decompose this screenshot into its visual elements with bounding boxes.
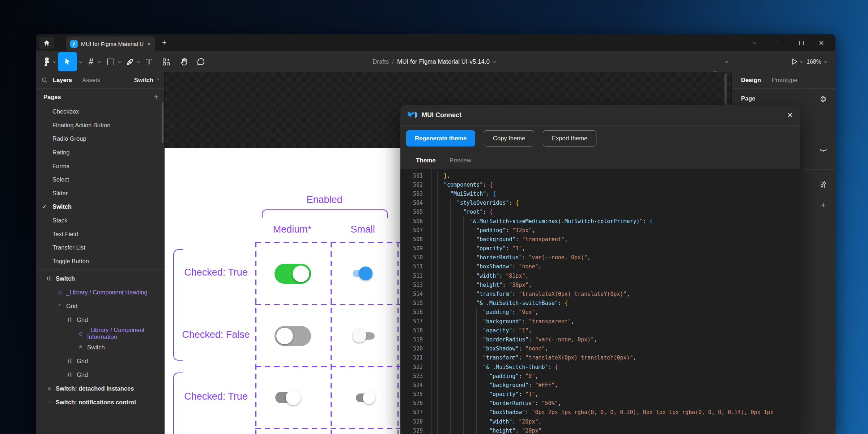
window-minimize-button[interactable] bbox=[777, 34, 788, 51]
code-line: 520"boxShadow": "none", bbox=[400, 344, 800, 353]
actions-tool-button[interactable] bbox=[161, 51, 171, 72]
canvas-scrollbar[interactable] bbox=[724, 73, 727, 105]
pages-header-label: Pages bbox=[43, 94, 61, 101]
tab-close-icon[interactable]: × bbox=[147, 41, 151, 48]
page-item[interactable]: Text Field bbox=[36, 227, 164, 241]
hidden-layers-button[interactable] bbox=[819, 146, 827, 155]
frame-icon: # bbox=[77, 344, 85, 350]
layer-item[interactable]: Grid bbox=[36, 313, 164, 327]
row-label: Checked: False bbox=[176, 329, 256, 340]
tab-prototype[interactable]: Prototype bbox=[772, 77, 797, 84]
page-item[interactable]: Radio Group bbox=[36, 132, 164, 146]
add-page-button[interactable]: + bbox=[154, 92, 158, 102]
file-tab[interactable]: ƒ MUI for Figma Material UI-v5.14.0 × bbox=[66, 37, 155, 51]
line-number: 516 bbox=[400, 309, 423, 315]
copy-theme-button[interactable]: Copy theme bbox=[484, 130, 534, 146]
tab-assets[interactable]: Assets bbox=[82, 77, 100, 84]
page-item[interactable]: Checkbox bbox=[36, 105, 164, 119]
window-menu-chevron[interactable] bbox=[753, 34, 764, 51]
search-icon bbox=[42, 77, 48, 83]
line-number: 523 bbox=[400, 373, 423, 379]
move-tool-button[interactable] bbox=[58, 52, 77, 71]
page-item[interactable]: Select bbox=[36, 173, 164, 187]
layer-item[interactable]: Grid bbox=[36, 354, 164, 368]
regenerate-theme-button[interactable]: Regenerate theme bbox=[406, 130, 475, 146]
layer-item[interactable]: ◇_Library / Component Heading bbox=[36, 285, 164, 299]
page-item[interactable]: Stack bbox=[36, 214, 164, 227]
line-number: 503 bbox=[400, 191, 423, 197]
line-number: 520 bbox=[400, 345, 423, 352]
frame-tool-chevron-icon[interactable] bbox=[97, 51, 102, 72]
theme-code-editor[interactable]: 501},502"components": {503"MuiSwitch": {… bbox=[400, 169, 800, 434]
code-line: 502"components": { bbox=[400, 180, 800, 189]
code-line: 509"opacity": "1", bbox=[400, 244, 800, 253]
text-tool-button[interactable]: T bbox=[144, 51, 154, 72]
page-item[interactable]: Toggle Button bbox=[36, 255, 164, 268]
export-theme-button[interactable]: Export theme bbox=[543, 130, 596, 146]
pen-tool-chevron-icon[interactable] bbox=[136, 51, 141, 72]
frame-tool-button[interactable]: # bbox=[86, 51, 96, 72]
add-style-button[interactable]: + bbox=[819, 201, 827, 209]
tab-preview[interactable]: Preview bbox=[450, 157, 471, 164]
breadcrumb-filename[interactable]: MUI for Figma Material UI-v5.14.0 bbox=[397, 58, 490, 65]
page-item-label: Rating bbox=[52, 149, 70, 156]
home-button[interactable] bbox=[39, 37, 54, 49]
page-item[interactable]: Transfer List bbox=[36, 241, 164, 255]
page-color-button[interactable] bbox=[819, 95, 827, 103]
zoom-control[interactable]: 168% bbox=[807, 51, 827, 72]
layer-item[interactable]: ≡Switch: notifications control bbox=[36, 395, 164, 409]
page-item[interactable]: Forms bbox=[36, 159, 164, 173]
layer-item[interactable]: Switch bbox=[36, 272, 164, 285]
page-selector[interactable]: Switch bbox=[134, 77, 159, 84]
layer-item[interactable]: ≡Switch: detached instances bbox=[36, 382, 164, 395]
move-tool-chevron-icon[interactable] bbox=[78, 51, 83, 72]
canvas-group-title: Enabled bbox=[288, 194, 361, 205]
window-maximize-button[interactable] bbox=[799, 34, 810, 51]
layer-item[interactable]: ≡Grid bbox=[36, 299, 164, 313]
search-button[interactable] bbox=[36, 77, 53, 83]
local-variables-button[interactable] bbox=[819, 180, 827, 189]
right-panel-tabs: Design Prototype bbox=[732, 72, 835, 89]
menu-chevron-icon[interactable] bbox=[52, 51, 57, 72]
code-line: 519"borderRadius": "var(--none, 0px)", bbox=[400, 335, 800, 344]
layer-item[interactable]: Grid bbox=[36, 368, 164, 382]
pen-tool-button[interactable] bbox=[125, 51, 135, 72]
layer-item-label: _Library / Component Information bbox=[87, 327, 164, 340]
page-item[interactable]: ✓Switch bbox=[36, 200, 164, 214]
main-menu-button[interactable] bbox=[42, 51, 51, 72]
tab-layers[interactable]: Layers bbox=[53, 77, 72, 84]
dialog-close-button[interactable]: × bbox=[787, 110, 793, 121]
new-tab-button[interactable]: + bbox=[162, 38, 167, 47]
dialog-actions: Regenerate theme Copy theme Export theme bbox=[406, 130, 596, 146]
page-section-label: Page bbox=[741, 95, 755, 102]
page-item[interactable]: Rating bbox=[36, 146, 164, 159]
pages-scrollbar[interactable] bbox=[162, 103, 163, 143]
shape-tool-button[interactable] bbox=[106, 51, 116, 72]
present-chevron-icon[interactable] bbox=[799, 51, 804, 72]
check-icon: ✓ bbox=[36, 204, 52, 210]
shape-tool-chevron-icon[interactable] bbox=[117, 51, 122, 72]
tab-design[interactable]: Design bbox=[741, 77, 761, 84]
breadcrumb-chevron-icon[interactable] bbox=[493, 59, 496, 63]
page-item[interactable]: Floating Action Button bbox=[36, 119, 164, 132]
line-number: 513 bbox=[400, 282, 423, 288]
comment-tool-button[interactable] bbox=[195, 51, 206, 72]
instance-icon: ◇ bbox=[56, 289, 64, 295]
code-line: 521"transform": "translateX(0px) transla… bbox=[400, 353, 800, 362]
switch-medium-unchecked[interactable] bbox=[275, 326, 311, 346]
page-item[interactable]: Slider bbox=[36, 187, 164, 200]
hand-tool-button[interactable] bbox=[179, 51, 190, 72]
figma-logo-icon bbox=[44, 58, 50, 66]
gutter-separator bbox=[431, 169, 432, 434]
window-close-button[interactable]: × bbox=[819, 34, 830, 51]
breadcrumb-project[interactable]: Drafts bbox=[373, 58, 389, 65]
avatar-chevron-icon[interactable] bbox=[724, 51, 729, 72]
layer-item[interactable]: #Switch bbox=[36, 340, 164, 354]
tab-theme[interactable]: Theme bbox=[416, 157, 436, 164]
line-number: 518 bbox=[400, 327, 423, 334]
layer-item[interactable]: ◇_Library / Component Information bbox=[36, 327, 164, 340]
switch-medium-checked[interactable] bbox=[275, 264, 311, 284]
line-number: 524 bbox=[400, 382, 423, 388]
present-button[interactable] bbox=[790, 51, 799, 72]
line-number: 515 bbox=[400, 300, 423, 306]
